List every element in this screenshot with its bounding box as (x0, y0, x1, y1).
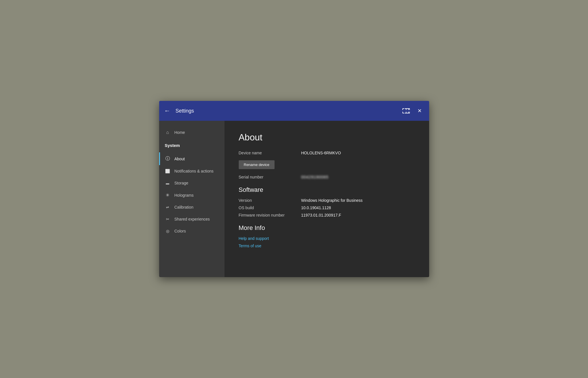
sidebar: Home System About Notifications & action… (159, 121, 225, 277)
sidebar-item-calibration[interactable]: Calibration (159, 201, 225, 213)
version-value: Windows Holographic for Business (301, 198, 363, 203)
close-button[interactable]: ✕ (415, 107, 424, 115)
help-support-link[interactable]: Help and support (239, 236, 415, 241)
os-build-value: 10.0.19041.1128 (301, 205, 331, 210)
rename-device-button[interactable]: Rename device (239, 160, 275, 169)
snap-icon (402, 108, 409, 113)
device-name-label: Device name (239, 151, 301, 155)
os-build-label: OS build (239, 205, 301, 210)
sidebar-item-shared[interactable]: Shared experiences (159, 213, 225, 225)
close-icon: ✕ (417, 108, 422, 114)
sidebar-item-about[interactable]: About (159, 152, 225, 165)
notifications-icon (165, 169, 171, 174)
firmware-label: Firmware revision number (239, 213, 301, 217)
sidebar-section-system: System (159, 138, 225, 152)
firmware-value: 11973.01.01.200917.F (301, 213, 341, 217)
colors-icon (165, 229, 171, 234)
sidebar-item-storage[interactable]: Storage (159, 177, 225, 189)
sidebar-label-system: System (165, 143, 180, 148)
firmware-row: Firmware revision number 11973.01.01.200… (239, 213, 415, 217)
main-content: Home System About Notifications & action… (159, 121, 429, 277)
version-label: Version (239, 198, 301, 203)
sidebar-label-colors: Colors (174, 229, 186, 233)
holograms-icon (165, 192, 171, 198)
sidebar-item-colors[interactable]: Colors (159, 225, 225, 237)
sidebar-label-holograms: Holograms (174, 193, 194, 198)
titlebar-title: Settings (176, 108, 401, 114)
device-name-row: Device name HOLOLENS-6RMKVO (239, 151, 415, 155)
about-icon (165, 156, 171, 162)
settings-window: ← Settings ✕ Home System About (159, 101, 429, 277)
device-name-value: HOLOLENS-6RMKVO (301, 151, 341, 155)
back-button[interactable]: ← (164, 107, 171, 115)
more-info-section-title: More Info (239, 224, 415, 232)
right-content: About Device name HOLOLENS-6RMKVO Rename… (225, 121, 429, 277)
calibration-icon (165, 205, 171, 210)
sidebar-item-notifications[interactable]: Notifications & actions (159, 165, 225, 177)
titlebar-controls: ✕ (401, 107, 424, 115)
home-icon (165, 130, 171, 135)
sidebar-label-home: Home (174, 130, 185, 135)
storage-icon (165, 180, 171, 186)
titlebar: ← Settings ✕ (159, 101, 429, 121)
os-build-row: OS build 10.0.19041.1128 (239, 205, 415, 210)
sidebar-label-notifications: Notifications & actions (174, 169, 214, 173)
terms-link[interactable]: Terms of use (239, 244, 415, 248)
sidebar-label-calibration: Calibration (174, 205, 194, 209)
software-section-title: Software (239, 186, 415, 194)
serial-number-label: Serial number (239, 175, 301, 179)
sidebar-label-shared: Shared experiences (174, 217, 210, 221)
serial-number-row: Serial number 00429190065 (239, 175, 415, 179)
snap-button[interactable] (401, 107, 410, 115)
sidebar-label-about: About (174, 157, 185, 161)
sidebar-item-holograms[interactable]: Holograms (159, 189, 225, 201)
sidebar-item-home[interactable]: Home (159, 126, 225, 138)
serial-number-value: 00429190065 (301, 175, 329, 179)
page-title: About (239, 132, 415, 143)
shared-icon (165, 217, 171, 222)
sidebar-label-storage: Storage (174, 181, 188, 185)
version-row: Version Windows Holographic for Business (239, 198, 415, 203)
